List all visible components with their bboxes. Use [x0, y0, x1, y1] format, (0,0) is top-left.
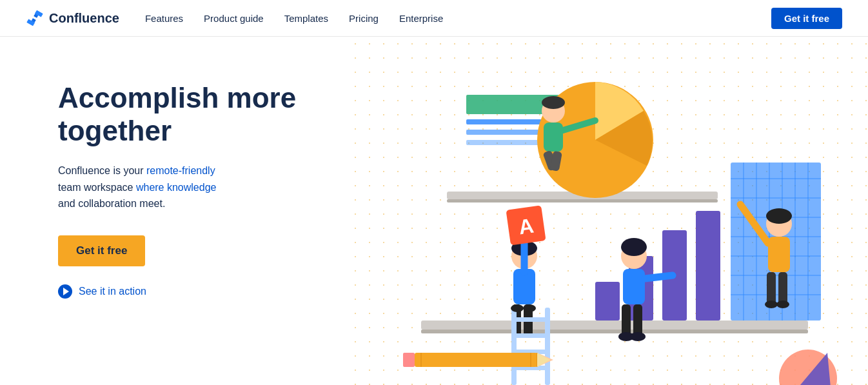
svg-point-41: [776, 301, 789, 308]
svg-rect-39: [778, 272, 787, 304]
svg-rect-38: [767, 272, 776, 304]
svg-rect-18: [696, 211, 720, 321]
nav-link-templates[interactable]: Templates: [284, 13, 328, 24]
logo-text: Confluence: [49, 11, 119, 26]
svg-rect-60: [623, 269, 645, 304]
svg-rect-68: [403, 353, 415, 367]
svg-point-8: [542, 96, 565, 109]
svg-rect-53: [511, 333, 550, 338]
svg-rect-1: [447, 199, 718, 202]
svg-point-35: [766, 208, 792, 224]
nav-cta-button[interactable]: Get it free: [771, 8, 842, 29]
confluence-logo-icon: [26, 9, 44, 27]
svg-point-57: [523, 304, 536, 312]
hero-subtitle: Confluence is your remote-friendly team …: [58, 163, 303, 212]
see-in-action-button[interactable]: See it in action: [58, 284, 348, 299]
svg-rect-63: [633, 304, 642, 337]
svg-point-59: [621, 238, 647, 256]
svg-point-40: [765, 301, 778, 308]
svg-point-65: [630, 332, 646, 341]
svg-rect-62: [622, 304, 631, 337]
navbar: Confluence Features Product guide Templa…: [0, 0, 868, 37]
svg-line-61: [645, 275, 673, 279]
remote-friendly-link[interactable]: remote-friendly: [146, 165, 215, 176]
main-content: Accomplish more together Confluence is y…: [0, 37, 868, 385]
nav-link-features[interactable]: Features: [145, 13, 183, 24]
hero-svg: A: [348, 37, 868, 385]
knowledge-link[interactable]: where knowledge: [136, 182, 217, 193]
svg-rect-14: [421, 330, 808, 333]
hero-title: Accomplish more together: [58, 82, 348, 147]
logo[interactable]: Confluence: [26, 9, 119, 27]
nav-links: Features Product guide Templates Pricing…: [145, 13, 771, 24]
svg-rect-9: [544, 123, 563, 152]
hero-left: Accomplish more together Confluence is y…: [0, 37, 348, 385]
svg-rect-15: [595, 282, 620, 321]
svg-point-56: [511, 304, 524, 312]
nav-link-product-guide[interactable]: Product guide: [204, 13, 264, 24]
nav-link-enterprise[interactable]: Enterprise: [399, 13, 443, 24]
svg-rect-13: [421, 321, 808, 330]
svg-rect-52: [511, 317, 550, 322]
play-icon: [58, 284, 72, 299]
play-triangle: [63, 288, 69, 295]
get-it-free-button[interactable]: Get it free: [58, 235, 145, 266]
see-in-action-label: See it in action: [79, 286, 146, 297]
svg-rect-66: [415, 353, 537, 367]
hero-illustration: A: [348, 37, 868, 385]
nav-link-pricing[interactable]: Pricing: [349, 13, 379, 24]
